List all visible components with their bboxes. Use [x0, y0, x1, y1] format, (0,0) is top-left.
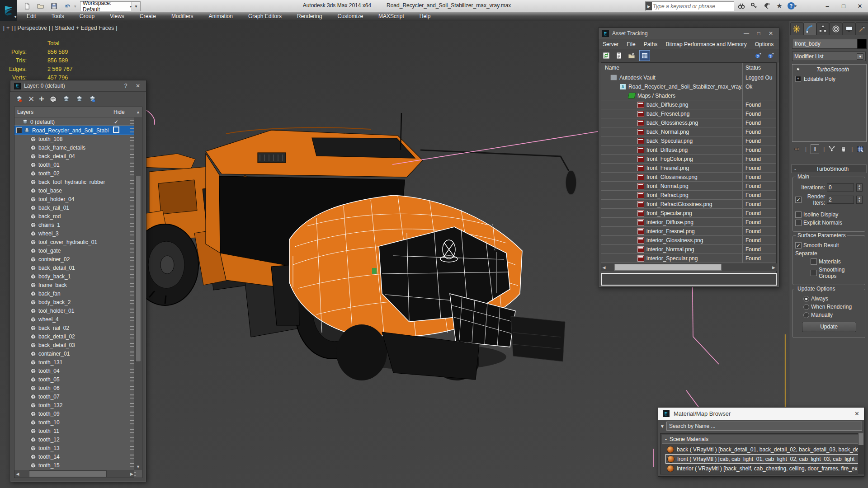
layer-row-tooth-11[interactable]: tooth_11 — [14, 427, 142, 435]
menu-tools[interactable]: Tools — [44, 12, 72, 21]
layer-row-body-back-1[interactable]: body_back_1 — [14, 272, 142, 281]
asset-row-interior-fresnel-png[interactable]: interior_Fresnel.pngFound — [601, 227, 776, 236]
context-help-button[interactable] — [766, 51, 776, 61]
layer-row-back-detail-04[interactable]: back_detail_04 — [14, 152, 142, 160]
render-iters-checkbox[interactable]: ✓ — [795, 197, 802, 203]
menu-edit[interactable]: Edit — [19, 12, 44, 21]
tab-display[interactable] — [842, 22, 855, 35]
layer-row-back-detail-01[interactable]: back_detail_01 — [14, 263, 142, 272]
asset-grid-header[interactable]: Name Status — [601, 63, 776, 73]
workspace-flyout-button[interactable]: ▼ — [132, 1, 141, 11]
smoothing-groups-checkbox[interactable] — [811, 270, 817, 276]
manually-radio[interactable] — [803, 312, 809, 318]
asset-maximize-button[interactable]: □ — [754, 30, 763, 37]
layer-row-tooth-05[interactable]: tooth_05 — [14, 375, 142, 384]
asset-row-interior-specular-png[interactable]: interior_Specular.pngFound — [601, 254, 776, 263]
asset-row-interior-normal-png[interactable]: interior_Normal.pngFound — [601, 245, 776, 254]
subscription-button[interactable] — [749, 1, 760, 10]
asset-horizontal-scrollbar[interactable]: ◀ ▶ — [601, 263, 777, 271]
minimize-button[interactable]: – — [819, 0, 835, 12]
render-iters-spinner[interactable]: ▲▼ — [856, 196, 863, 204]
smooth-result-checkbox[interactable]: ✓ — [795, 242, 802, 249]
layer-horizontal-scrollbar[interactable]: ◀▶ — [14, 470, 134, 478]
collapse-minus-icon[interactable]: - — [16, 127, 22, 133]
asset-row-autodesk-vault[interactable]: Autodesk VaultLogged Ou — [601, 73, 776, 82]
menu-create[interactable]: Create — [132, 12, 164, 21]
asset-minimize-button[interactable]: — — [742, 30, 751, 37]
new-layer-icon[interactable] — [15, 95, 24, 103]
modifier-enabled-bulb-icon[interactable] — [795, 66, 801, 73]
report-view-button[interactable] — [614, 51, 624, 61]
asset-menu-paths[interactable]: Paths — [640, 41, 662, 47]
search-options-caret-icon[interactable]: ▼ — [660, 424, 665, 429]
material-item-2[interactable]: interior ( VRayMtl ) [back_shelf, cab_ch… — [665, 464, 860, 473]
layer-row-back-detail-03[interactable]: back_detail_03 — [14, 341, 142, 349]
show-end-result-button[interactable]: Ⅰ — [811, 144, 819, 154]
layer-current-mark[interactable] — [108, 127, 124, 134]
layer-row-tool-holder-01[interactable]: tool_holder_01 — [14, 306, 142, 315]
when-rendering-radio[interactable] — [803, 304, 809, 310]
layer-row-back-rail-02[interactable]: back_rail_02 — [14, 324, 142, 332]
layer-row-back-tool-hydraulic-rubber[interactable]: back_tool_hydraulic_rubber — [14, 178, 142, 186]
layer-panel-close-button[interactable]: ✕ — [133, 83, 142, 89]
path-view-button[interactable] — [627, 51, 637, 61]
tab-motion[interactable] — [829, 22, 842, 35]
tab-hierarchy[interactable] — [816, 22, 830, 35]
layer-row-back-frame-details[interactable]: back_frame_details — [14, 143, 142, 152]
layer-row-tooth-131[interactable]: tooth_131 — [14, 358, 142, 366]
asset-scroll-left-icon[interactable]: ◀ — [601, 265, 607, 270]
layer-row-tooth-108[interactable]: tooth_108 — [14, 135, 142, 143]
menu-animation[interactable]: Animation — [201, 12, 241, 21]
refresh-button[interactable] — [601, 51, 611, 61]
open-file-button[interactable] — [35, 2, 45, 10]
save-file-button[interactable] — [49, 2, 59, 10]
rollout-header[interactable]: - TurboSmooth — [791, 164, 867, 173]
asset-row-front-glossiness-png[interactable]: front_Glossiness.pngFound — [601, 173, 776, 182]
layer-row-tooth-09[interactable]: tooth_09 — [14, 409, 142, 418]
layer-row-tooth-07[interactable]: tooth_07 — [14, 392, 142, 401]
highlight-layer-icon[interactable] — [75, 95, 84, 103]
layer-row-tool-gate[interactable]: tool_gate — [14, 246, 142, 255]
layer-row-tooth-132[interactable]: tooth_132 — [14, 401, 142, 409]
asset-row-front-diffuse-png[interactable]: front_Diffuse.pngFound — [601, 145, 776, 155]
layer-row-container-01[interactable]: container_01 — [14, 349, 142, 358]
layer-row-tooth-02[interactable]: tooth_02 — [14, 169, 142, 178]
layers-column-header[interactable]: Layers — [14, 109, 113, 115]
delete-layer-icon[interactable]: ✕ — [28, 94, 34, 104]
asset-menu-bitmap-performance-and-memory[interactable]: Bitmap Performance and Memory — [661, 41, 750, 47]
help-search-box[interactable]: ▶ — [645, 1, 734, 11]
layer-row-tooth-13[interactable]: tooth_13 — [14, 444, 142, 452]
materials-checkbox[interactable] — [811, 258, 817, 265]
layer-row-wheel-3[interactable]: wheel_3 — [14, 229, 142, 238]
undo-dropdown-caret-icon[interactable]: ▾ — [74, 4, 76, 9]
iterations-spinner[interactable]: ▲▼ — [856, 183, 863, 192]
layer-row-tooth-01[interactable]: tooth_01 — [14, 160, 142, 169]
asset-row-back-glossiness-png[interactable]: back_Glossiness.pngFound — [601, 118, 776, 127]
scroll-down-icon[interactable]: ▼ — [134, 465, 142, 469]
add-to-layer-icon[interactable]: + — [39, 94, 44, 104]
asset-close-button[interactable]: ✕ — [766, 30, 775, 37]
layer-row-tooth-06[interactable]: tooth_06 — [14, 384, 142, 392]
layer-row-tooth-10[interactable]: tooth_10 — [14, 418, 142, 427]
layer-panel-titlebar[interactable]: Layer: 0 (default) ? ✕ — [10, 80, 146, 92]
asset-menu-server[interactable]: Server — [599, 41, 623, 47]
update-button[interactable]: Update — [802, 322, 856, 332]
layer-row-back-rod[interactable]: back_rod — [14, 212, 142, 221]
undo-button[interactable] — [62, 2, 72, 10]
menu-maxscript[interactable]: MAXScript — [371, 12, 412, 21]
asset-row-front-normal-png[interactable]: front_Normal.pngFound — [601, 182, 776, 191]
layer-current-mark[interactable]: ✓ — [108, 119, 124, 125]
layer-row-tooth-04[interactable]: tooth_04 — [14, 366, 142, 375]
layer-row-container-02[interactable]: container_02 — [14, 255, 142, 263]
layer-row-body-back-2[interactable]: body_back_2 — [14, 298, 142, 306]
asset-row-front-fogcolor-png[interactable]: front_FogColor.pngFound — [601, 155, 776, 164]
layer-row-back-fan[interactable]: back_fan — [14, 289, 142, 298]
asset-row-front-specular-png[interactable]: front_Specular.pngFound — [601, 209, 776, 218]
material-search-input[interactable]: Search by Name ... — [666, 422, 862, 431]
table-view-button[interactable] — [639, 50, 650, 61]
menu-help[interactable]: Help — [412, 12, 439, 21]
set-current-layer-icon[interactable] — [62, 95, 71, 103]
layer-row-road-recycler-and-soil-stabilizer[interactable]: -Road_Recycler_and_Soil_Stabilizer — [14, 126, 142, 135]
layer-row-back-detail-02[interactable]: back_detail_02 — [14, 332, 142, 341]
layer-vertical-scrollbar[interactable]: ▼ — [134, 117, 142, 470]
